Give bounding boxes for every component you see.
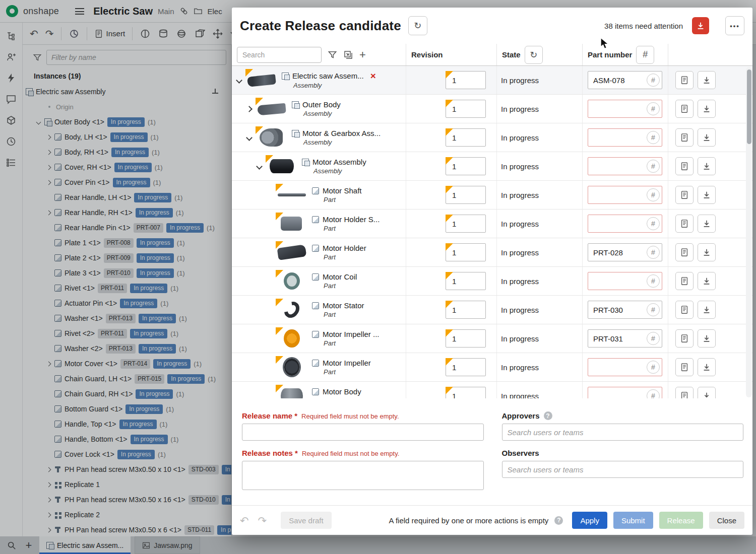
help-icon[interactable]: ? <box>544 411 552 420</box>
undo-icon[interactable]: ↶ <box>240 515 249 526</box>
release-notes-icon-button[interactable] <box>675 157 694 175</box>
revision-cell <box>406 353 496 381</box>
release-table-row[interactable]: Electric saw Assem... × Assembly In prog… <box>232 66 752 95</box>
release-notes-icon-button[interactable] <box>675 243 694 261</box>
part-icon <box>312 331 319 338</box>
warning-corner-icon <box>446 387 453 394</box>
redo-icon[interactable]: ↷ <box>258 515 267 526</box>
state-column-header: State ↻ <box>496 44 582 65</box>
release-table-row[interactable]: Motor Impeller Part In progress # <box>232 353 752 382</box>
reload-candidate-button[interactable]: ↻ <box>408 16 427 35</box>
release-table-row[interactable]: Motor Body Part In progress # <box>232 382 752 398</box>
download-icon-button[interactable] <box>698 100 716 118</box>
state-label: In progress <box>501 306 539 314</box>
state-cell: In progress <box>496 123 582 152</box>
add-item-icon[interactable]: + <box>359 49 366 60</box>
download-icon-button[interactable] <box>698 329 716 348</box>
item-type: Part <box>324 196 362 203</box>
download-errors-button[interactable] <box>692 17 709 34</box>
observers-input[interactable] <box>502 461 744 478</box>
search-input[interactable] <box>237 47 322 63</box>
state-cell: In progress <box>496 267 582 295</box>
close-button[interactable]: Close <box>709 512 744 529</box>
download-icon-button[interactable] <box>698 128 716 147</box>
generate-part-number-button[interactable]: # <box>647 217 660 230</box>
download-icon-button[interactable] <box>698 215 716 233</box>
item-name: Outer Body <box>302 100 341 109</box>
release-notes-icon-button[interactable] <box>675 128 694 147</box>
item-name-cell: Motor Stator Part <box>232 296 406 324</box>
download-icon-button[interactable] <box>698 358 716 376</box>
warning-corner-icon <box>446 358 453 366</box>
release-notes-icon-button[interactable] <box>675 215 694 233</box>
release-table-row[interactable]: Motor Holder S... Part In progress # <box>232 210 752 238</box>
release-notes-icon-button[interactable] <box>675 301 694 319</box>
error-icon[interactable]: × <box>370 71 376 81</box>
item-name-cell: Motor Assembly Assembly <box>232 152 406 180</box>
assembly-icon <box>282 73 289 80</box>
part-thumbnail <box>276 270 308 292</box>
chevron-icon[interactable] <box>246 106 253 112</box>
more-options-button[interactable]: ••• <box>725 16 744 35</box>
download-icon-button[interactable] <box>698 71 716 89</box>
collapse-all-icon[interactable] <box>343 50 353 60</box>
generate-part-number-button[interactable]: # <box>647 246 660 259</box>
approvers-input[interactable] <box>502 424 744 441</box>
release-notes-icon-button[interactable] <box>675 100 694 118</box>
state-label: In progress <box>501 191 539 199</box>
release-notes-icon-button[interactable] <box>675 272 694 290</box>
generate-part-number-button[interactable]: # <box>647 361 660 374</box>
state-label: In progress <box>501 220 539 228</box>
release-notes-icon-button[interactable] <box>675 387 694 398</box>
part-number-cell: # <box>582 210 668 238</box>
generate-part-number-button[interactable]: # <box>647 74 660 87</box>
warning-corner-icon <box>446 157 453 165</box>
table-scrollbar[interactable] <box>746 67 752 397</box>
download-icon-button[interactable] <box>698 243 716 261</box>
chevron-icon[interactable] <box>246 134 253 141</box>
download-icon-button[interactable] <box>698 301 716 319</box>
release-table-row[interactable]: Motor Holder Part In progress # <box>232 238 752 267</box>
release-table-row[interactable]: Motor Stator Part In progress # <box>232 296 752 324</box>
release-name-input[interactable] <box>242 424 484 441</box>
chevron-icon[interactable] <box>236 77 242 84</box>
release-notes-icon-button[interactable] <box>675 329 694 348</box>
revision-cell <box>406 296 496 324</box>
release-table-row[interactable]: Motor Shaft Part In progress # <box>232 181 752 210</box>
release-table-row[interactable]: Motor & Gearbox Ass... Assembly In progr… <box>232 123 752 152</box>
generate-part-number-button[interactable]: # <box>647 102 660 115</box>
release-notes-icon-button[interactable] <box>675 358 694 376</box>
apply-button[interactable]: Apply <box>572 512 607 529</box>
generate-part-number-button[interactable]: # <box>647 332 660 345</box>
generate-part-number-button[interactable]: # <box>647 160 660 173</box>
revision-cell <box>406 123 496 152</box>
generate-part-number-button[interactable]: # <box>647 274 660 288</box>
release-notes-input[interactable] <box>242 461 484 490</box>
release-table-row[interactable]: Motor Assembly Assembly In progress # <box>232 152 752 181</box>
help-icon[interactable]: ? <box>554 516 563 525</box>
state-label: In progress <box>501 105 539 113</box>
filter-icon[interactable] <box>328 50 337 59</box>
save-draft-button[interactable]: Save draft <box>281 512 331 529</box>
release-notes-icon-button[interactable] <box>675 71 694 89</box>
generate-part-number-button[interactable]: # <box>647 188 660 201</box>
download-icon-button[interactable] <box>698 157 716 175</box>
release-table-body: Electric saw Assem... × Assembly In prog… <box>232 66 752 398</box>
release-table-row[interactable]: Outer Body Assembly In progress # <box>232 95 752 123</box>
release-table-row[interactable]: Motor Impeller ... Part In progress # <box>232 324 752 353</box>
release-notes-icon-button[interactable] <box>675 186 694 204</box>
generate-part-number-button[interactable]: # <box>647 131 660 144</box>
download-icon-button[interactable] <box>698 272 716 290</box>
assign-part-numbers-button[interactable]: # <box>636 46 654 64</box>
part-number-cell: # <box>582 181 668 209</box>
download-icon-button[interactable] <box>698 186 716 204</box>
chevron-icon[interactable] <box>256 163 263 170</box>
release-table-row[interactable]: Motor Coil Part In progress # <box>232 267 752 296</box>
release-notes-label: Release notes * <box>242 449 298 457</box>
submit-button[interactable]: Submit <box>613 512 653 529</box>
release-name-label: Release name * <box>242 411 297 420</box>
generate-part-number-button[interactable]: # <box>647 303 660 316</box>
release-button[interactable]: Release <box>659 512 703 529</box>
refresh-state-button[interactable]: ↻ <box>525 46 543 64</box>
download-icon-button[interactable] <box>698 387 716 398</box>
